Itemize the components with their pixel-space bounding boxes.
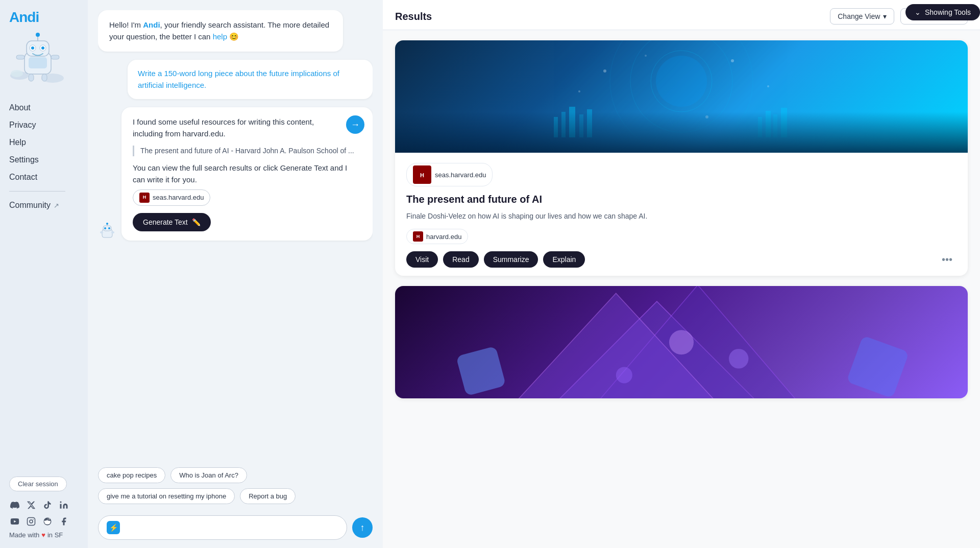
user-query-bubble: Write a 150-word long piece about the fu… — [128, 60, 373, 99]
quote-text: The present and future of AI - Harvard J… — [140, 147, 354, 155]
suggestion-4[interactable]: Report a bug — [240, 488, 296, 504]
made-with-text: Made with — [9, 531, 39, 539]
location-text: in SF — [47, 531, 63, 539]
chat-input[interactable] — [124, 523, 338, 532]
results-panel: Results Change View ▾ Refine Search ▾ ⌄ … — [383, 0, 980, 548]
app-logo[interactable]: Andi — [9, 9, 39, 26]
send-button[interactable]: ↑ — [352, 517, 373, 538]
sidebar-item-privacy[interactable]: Privacy — [9, 117, 88, 133]
results-scroll: H seas.harvard.edu The present and futur… — [383, 30, 980, 548]
robot-avatar-mini — [98, 222, 116, 241]
sidebar: Andi — [0, 0, 88, 548]
discord-icon[interactable] — [9, 499, 20, 511]
showing-tools-button[interactable]: ⌄ Showing Tools — [905, 4, 980, 20]
ai-circuit-background — [395, 40, 968, 153]
card-1-more-button[interactable]: ••• — [938, 252, 957, 268]
sidebar-item-settings[interactable]: Settings — [9, 152, 88, 168]
svg-text:H: H — [420, 172, 424, 178]
greeting-bubble: Hello! I'm Andi, your friendly search as… — [98, 10, 343, 52]
city-skyline — [395, 112, 968, 153]
response-text1: I found some useful resources for writin… — [133, 116, 361, 139]
results-header: Results Change View ▾ Refine Search ▾ ⌄ … — [383, 0, 980, 30]
svg-point-19 — [30, 520, 33, 523]
svg-point-58 — [729, 349, 748, 368]
svg-rect-28 — [100, 231, 103, 233]
source-label: seas.harvard.edu — [153, 193, 204, 203]
suggestion-3[interactable]: give me a tutorial on resetting my iphon… — [98, 488, 235, 504]
chevron-down-icon: ▾ — [883, 12, 887, 20]
tiktok-icon[interactable] — [42, 499, 53, 511]
greeting-emoji: 😊 — [227, 32, 239, 41]
community-label: Community — [9, 201, 51, 210]
user-query-text: Write a 150-word long piece about the fu… — [138, 69, 339, 89]
svg-point-26 — [104, 227, 106, 229]
reddit-icon[interactable] — [42, 516, 53, 527]
svg-point-43 — [603, 69, 606, 73]
svg-rect-29 — [111, 231, 114, 233]
svg-point-25 — [106, 223, 108, 225]
svg-point-56 — [669, 330, 694, 354]
change-view-label: Change View — [838, 12, 880, 20]
svg-rect-18 — [28, 518, 35, 526]
ai-brain-background — [395, 286, 968, 398]
card-2-image — [395, 286, 968, 398]
svg-point-8 — [31, 46, 34, 50]
heart-icon: ♥ — [41, 531, 45, 539]
svg-rect-13 — [29, 57, 47, 68]
sidebar-navigation: About Privacy Help Settings Contact — [9, 100, 88, 185]
generate-text-button[interactable]: Generate Text ✏️ — [133, 213, 211, 231]
card-1-title: The present and future of AI — [406, 193, 957, 206]
sidebar-item-contact[interactable]: Contact — [9, 170, 88, 185]
svg-point-45 — [578, 90, 580, 92]
chat-input-wrap[interactable]: ⚡ — [98, 515, 347, 540]
twitter-icon[interactable] — [26, 499, 37, 511]
suggestion-2[interactable]: Who is Joan of Arc? — [170, 467, 247, 483]
logo-text: Andi — [9, 9, 39, 26]
card-1-read-button[interactable]: Read — [443, 251, 478, 268]
svg-point-44 — [731, 59, 734, 62]
harvard-shield-large: H — [413, 165, 431, 184]
svg-point-33 — [656, 56, 707, 107]
svg-point-46 — [767, 85, 769, 87]
pencil-icon: ✏️ — [192, 218, 201, 226]
chevron-down-icon-tools: ⌄ — [915, 8, 921, 16]
card-1-explain-button[interactable]: Explain — [543, 251, 585, 268]
made-with-footer: Made with ♥ in SF — [9, 531, 63, 539]
card-1-summarize-button[interactable]: Summarize — [484, 251, 538, 268]
expand-button[interactable]: → — [346, 115, 364, 134]
response-text2: You can view the full search results or … — [133, 162, 361, 185]
brand-name: Andi — [143, 20, 160, 29]
card-1-source-tag[interactable]: H harvard.edu — [406, 229, 468, 244]
community-link[interactable]: Community ↗ — [9, 198, 59, 213]
robot-illustration — [9, 30, 65, 86]
suggestions: cake pop recipes Who is Joan of Arc? giv… — [98, 459, 373, 509]
clear-session-button[interactable]: Clear session — [9, 476, 67, 491]
svg-rect-55 — [846, 335, 909, 398]
generate-label: Generate Text — [143, 218, 188, 226]
card-1-visit-button[interactable]: Visit — [406, 251, 438, 268]
help-link[interactable]: help — [213, 32, 227, 41]
facebook-icon[interactable] — [58, 516, 69, 527]
external-link-icon: ↗ — [54, 202, 59, 209]
svg-rect-12 — [51, 55, 59, 59]
card-1-source-header[interactable]: H seas.harvard.edu — [406, 163, 493, 186]
suggestion-1[interactable]: cake pop recipes — [98, 467, 165, 483]
sidebar-item-about[interactable]: About — [9, 100, 88, 115]
social-links — [9, 499, 76, 527]
chat-panel: Hello! I'm Andi, your friendly search as… — [88, 0, 383, 548]
linkedin-icon[interactable] — [58, 499, 69, 511]
sidebar-item-help[interactable]: Help — [9, 135, 88, 150]
svg-point-16 — [60, 502, 62, 503]
results-title: Results — [395, 11, 432, 22]
source-chip-seas[interactable]: H seas.harvard.edu — [133, 189, 210, 206]
youtube-icon[interactable] — [9, 516, 20, 527]
harvard-shield-sm: H — [413, 231, 423, 242]
result-card-1: H seas.harvard.edu The present and futur… — [395, 40, 968, 276]
card-1-source-domain: seas.harvard.edu — [435, 171, 486, 179]
svg-point-27 — [108, 227, 110, 229]
svg-point-20 — [33, 519, 34, 520]
instagram-icon[interactable] — [26, 516, 37, 527]
change-view-button[interactable]: Change View ▾ — [830, 8, 894, 25]
card-1-image — [395, 40, 968, 153]
response-row: → I found some useful resources for writ… — [98, 107, 373, 241]
